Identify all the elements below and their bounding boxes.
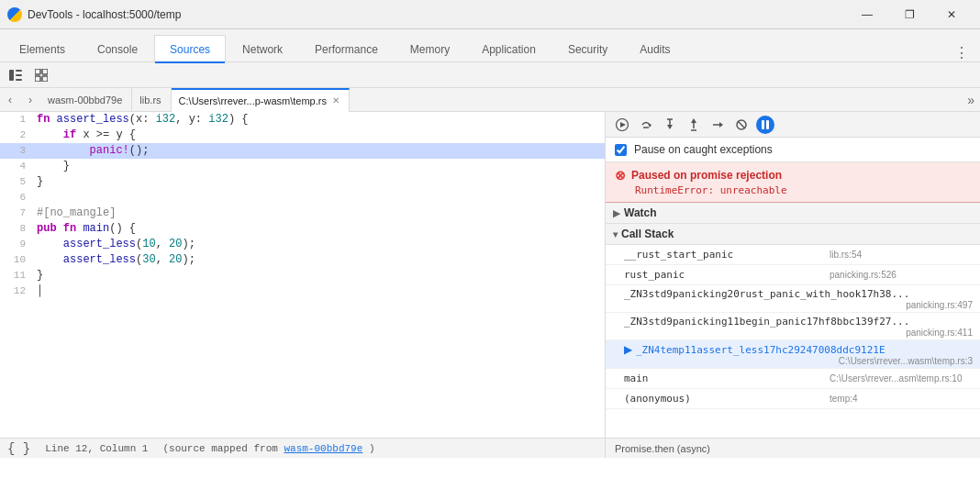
svg-marker-13 <box>667 125 673 129</box>
debug-toolbar <box>606 112 980 138</box>
svg-marker-16 <box>691 118 696 123</box>
cursor-icon: { } <box>7 441 30 456</box>
error-icon: ⊗ <box>615 168 626 183</box>
callstack-item-3[interactable]: _ZN3std9panicking11begin_panic17hf8bbc13… <box>606 313 980 340</box>
code-lines: 1 fn assert_less(x: i32, y: i32) { 2 if … <box>0 112 605 458</box>
filetab-wasm[interactable]: wasm-00bbd79e <box>40 88 132 112</box>
filetab-overflow[interactable]: » <box>962 93 980 107</box>
tab-elements[interactable]: Elements <box>4 35 81 62</box>
titlebar: DevTools - localhost:5000/temp — ❐ ✕ <box>0 0 980 29</box>
tab-security[interactable]: Security <box>552 35 623 62</box>
minimize-button[interactable]: — <box>846 0 888 29</box>
svg-line-21 <box>738 121 745 128</box>
pause-caught-row: Pause on caught exceptions <box>606 138 980 162</box>
pages-icon <box>35 69 48 82</box>
callstack-item-6[interactable]: (anonymous) temp:4 <box>606 389 980 409</box>
filetab-nav-back[interactable]: ‹ <box>0 88 20 112</box>
pause-caught-checkbox[interactable] <box>615 144 627 156</box>
code-line-6: 6 <box>0 190 605 206</box>
svg-rect-1 <box>16 70 22 72</box>
code-line-9: 9 assert_less(10, 20); <box>0 237 605 252</box>
step-over-button[interactable] <box>637 116 655 134</box>
error-title-row: ⊗ Paused on promise rejection <box>615 168 971 183</box>
source-map-link[interactable]: wasm-00bbd79e <box>284 443 362 454</box>
tab-application[interactable]: Application <box>466 35 551 62</box>
resume-icon <box>616 118 629 131</box>
tab-bar: Elements Console Sources Network Perform… <box>0 29 980 62</box>
svg-rect-3 <box>16 79 22 81</box>
filetab-nav-forward[interactable]: › <box>20 88 40 112</box>
error-detail-text: RuntimeError: unreachable <box>615 184 971 196</box>
step-icon <box>711 118 724 131</box>
code-line-2: 2 if x >= y { <box>0 128 605 143</box>
code-line-11: 11 } <box>0 268 605 283</box>
source-map-text: (source mapped from wasm-00bbd79e ) <box>162 443 374 454</box>
window-title: DevTools - localhost:5000/temp <box>28 8 846 21</box>
svg-marker-9 <box>620 122 626 128</box>
tab-audits[interactable]: Audits <box>624 35 685 62</box>
filetab-lib-rs[interactable]: lib.rs <box>132 88 171 112</box>
callstack-item-1[interactable]: rust_panic panicking.rs:526 <box>606 265 980 285</box>
callstack-current-arrow-icon: ▶ <box>624 343 632 356</box>
svg-rect-22 <box>762 120 764 129</box>
tab-more-icon[interactable]: ⋮ <box>943 44 980 61</box>
callstack-chevron-icon: ▾ <box>613 229 618 239</box>
code-editor[interactable]: 1 fn assert_less(x: i32, y: i32) { 2 if … <box>0 112 606 458</box>
svg-rect-2 <box>16 74 22 76</box>
watch-section-header[interactable]: ▶ Watch <box>606 203 980 224</box>
code-line-5: 5 } <box>0 174 605 190</box>
step-out-button[interactable] <box>685 116 703 134</box>
code-line-8: 8 pub fn main() { <box>0 221 605 237</box>
step-over-icon <box>640 118 652 131</box>
code-line-3: 3 panic!(); <box>0 143 605 159</box>
watch-label: Watch <box>624 206 657 219</box>
callstack-label: Call Stack <box>621 228 674 240</box>
code-line-7: 7 #[no_mangle] <box>0 206 605 221</box>
code-line-10: 10 assert_less(30, 20); <box>0 252 605 268</box>
code-line-12: 12 │ <box>0 283 605 299</box>
right-panel: Pause on caught exceptions ⊗ Paused on p… <box>606 112 980 458</box>
callstack-section-header[interactable]: ▾ Call Stack <box>606 224 980 245</box>
resume-button[interactable] <box>613 116 631 134</box>
error-title-text: Paused on promise rejection <box>631 169 782 182</box>
svg-rect-0 <box>9 70 14 81</box>
callstack-item-5[interactable]: main C:\Users\rrever...asm\temp.rs:10 <box>606 369 980 389</box>
tab-network[interactable]: Network <box>227 35 298 62</box>
watch-chevron-icon: ▶ <box>613 208 620 218</box>
window-controls: — ❐ ✕ <box>846 0 973 29</box>
file-tree-toggle[interactable] <box>4 65 28 85</box>
panel-icon <box>9 70 22 81</box>
svg-rect-23 <box>766 120 769 129</box>
close-button[interactable]: ✕ <box>930 0 973 29</box>
filetab-close-icon[interactable]: ✕ <box>332 95 340 106</box>
step-button[interactable] <box>708 116 727 134</box>
svg-marker-19 <box>719 122 723 128</box>
maximize-button[interactable]: ❐ <box>888 0 930 29</box>
svg-rect-5 <box>42 69 48 74</box>
pause-async-icon <box>760 119 771 130</box>
callstack-item-0[interactable]: __rust_start_panic lib.rs:54 <box>606 245 980 265</box>
callstack-item-2[interactable]: _ZN3std9panicking20rust_panic_with_hook1… <box>606 285 980 313</box>
tab-memory[interactable]: Memory <box>395 35 465 62</box>
cursor-position: Line 12, Column 1 <box>45 443 148 454</box>
right-panel-content[interactable]: Pause on caught exceptions ⊗ Paused on p… <box>606 138 980 458</box>
sources-toolbar <box>0 62 980 88</box>
svg-rect-4 <box>35 69 40 74</box>
svg-rect-7 <box>42 76 48 82</box>
code-line-1: 1 fn assert_less(x: i32, y: i32) { <box>0 112 605 128</box>
svg-rect-6 <box>35 76 40 82</box>
code-line-4: 4 } <box>0 159 605 174</box>
pages-toggle[interactable] <box>29 65 53 85</box>
tab-sources[interactable]: Sources <box>154 35 226 62</box>
status-bar: { } Line 12, Column 1 (source mapped fro… <box>0 438 606 458</box>
step-into-button[interactable] <box>661 116 679 134</box>
deactivate-button[interactable] <box>732 116 751 134</box>
tab-console[interactable]: Console <box>82 35 153 62</box>
pause-caught-label: Pause on caught exceptions <box>634 143 773 156</box>
step-out-icon <box>687 118 700 131</box>
callstack-item-4[interactable]: ▶ _ZN4temp11assert_less17hc29247008ddc91… <box>606 340 980 369</box>
tab-performance[interactable]: Performance <box>299 35 394 62</box>
promise-then-text: Promise.then (async) <box>615 443 710 454</box>
filetab-temp-rs[interactable]: C:\Users\rrever...p-wasm\temp.rs ✕ <box>172 88 350 112</box>
pause-async-button[interactable] <box>756 116 774 134</box>
